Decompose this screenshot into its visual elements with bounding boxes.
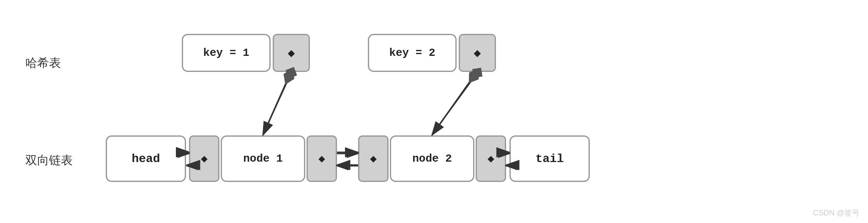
diagram: 哈希表 双向链表 key = 1 ◆ key = 2 ◆ 双向链表 head ◆… [0, 0, 868, 223]
node1: node 1 [221, 135, 305, 182]
node1-right-ptr: ◆ [307, 135, 337, 182]
hash-node-1: key = 1 [182, 34, 271, 72]
watermark: CSDN @签号 [813, 208, 860, 218]
linked-list-label: 双向链表 [25, 152, 73, 168]
node2-right-ptr: ◆ [476, 135, 506, 182]
hptr1-to-node1 [263, 71, 291, 135]
hash-to-node2-arrow [432, 73, 477, 135]
head-node: 双向链表 head [106, 135, 186, 182]
hash-node-2: key = 2 [368, 34, 457, 72]
node1-left-ptr: ◆ [189, 135, 219, 182]
hash-table-label: 哈希表 [25, 55, 61, 71]
node2: node 2 [390, 135, 474, 182]
hash-ptr-2: ◆ [459, 34, 496, 72]
tail-node: tail [509, 135, 590, 182]
hash-ptr-1: ◆ [273, 34, 310, 72]
hash-to-node1-arrow [263, 73, 291, 135]
hptr2-to-node2 [432, 71, 477, 135]
node2-left-ptr: ◆ [358, 135, 389, 182]
